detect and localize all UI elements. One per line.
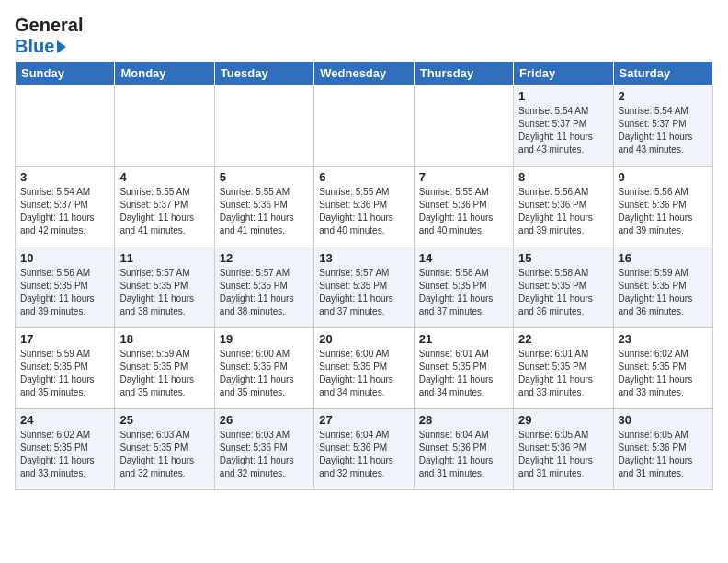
day-number: 18 xyxy=(119,332,209,346)
calendar-cell: 6Sunrise: 5:55 AM Sunset: 5:36 PM Daylig… xyxy=(314,167,414,247)
day-number: 11 xyxy=(119,251,209,265)
day-info: Sunrise: 5:59 AM Sunset: 5:35 PM Dayligh… xyxy=(20,348,109,399)
day-info: Sunrise: 6:02 AM Sunset: 5:35 PM Dayligh… xyxy=(619,348,708,399)
day-number: 20 xyxy=(319,332,408,346)
day-number: 2 xyxy=(619,89,708,103)
calendar-cell: 29Sunrise: 6:05 AM Sunset: 5:36 PM Dayli… xyxy=(514,409,613,490)
calendar-cell: 22Sunrise: 6:01 AM Sunset: 5:35 PM Dayli… xyxy=(514,328,613,409)
day-info: Sunrise: 5:59 AM Sunset: 5:35 PM Dayligh… xyxy=(619,267,708,318)
calendar-cell: 20Sunrise: 6:00 AM Sunset: 5:35 PM Dayli… xyxy=(314,328,414,409)
logo: General Blue xyxy=(15,15,83,57)
calendar-cell: 21Sunrise: 6:01 AM Sunset: 5:35 PM Dayli… xyxy=(414,328,513,409)
week-row-5: 24Sunrise: 6:02 AM Sunset: 5:35 PM Dayli… xyxy=(16,409,713,490)
week-row-4: 17Sunrise: 5:59 AM Sunset: 5:35 PM Dayli… xyxy=(16,328,713,409)
day-number: 28 xyxy=(419,413,508,427)
calendar-cell: 10Sunrise: 5:56 AM Sunset: 5:35 PM Dayli… xyxy=(16,247,115,328)
day-info: Sunrise: 5:56 AM Sunset: 5:36 PM Dayligh… xyxy=(518,186,608,237)
day-number: 14 xyxy=(419,251,508,265)
day-info: Sunrise: 6:00 AM Sunset: 5:35 PM Dayligh… xyxy=(319,348,408,399)
day-info: Sunrise: 6:00 AM Sunset: 5:35 PM Dayligh… xyxy=(220,348,309,399)
day-number: 9 xyxy=(619,170,708,184)
day-header-sunday: Sunday xyxy=(16,62,115,86)
calendar-cell: 27Sunrise: 6:04 AM Sunset: 5:36 PM Dayli… xyxy=(314,409,414,490)
calendar-cell xyxy=(414,86,513,167)
day-info: Sunrise: 5:55 AM Sunset: 5:36 PM Dayligh… xyxy=(419,186,508,237)
day-number: 10 xyxy=(20,251,109,265)
day-info: Sunrise: 5:54 AM Sunset: 5:37 PM Dayligh… xyxy=(619,105,708,156)
day-info: Sunrise: 5:54 AM Sunset: 5:37 PM Dayligh… xyxy=(20,186,109,237)
day-info: Sunrise: 5:57 AM Sunset: 5:35 PM Dayligh… xyxy=(319,267,408,318)
day-info: Sunrise: 5:59 AM Sunset: 5:35 PM Dayligh… xyxy=(119,348,209,399)
calendar-cell: 19Sunrise: 6:00 AM Sunset: 5:35 PM Dayli… xyxy=(214,328,313,409)
calendar-cell: 24Sunrise: 6:02 AM Sunset: 5:35 PM Dayli… xyxy=(16,409,115,490)
calendar-cell: 18Sunrise: 5:59 AM Sunset: 5:35 PM Dayli… xyxy=(115,328,214,409)
calendar-cell: 25Sunrise: 6:03 AM Sunset: 5:35 PM Dayli… xyxy=(115,409,214,490)
calendar-cell: 8Sunrise: 5:56 AM Sunset: 5:36 PM Daylig… xyxy=(514,167,613,247)
day-info: Sunrise: 6:05 AM Sunset: 5:36 PM Dayligh… xyxy=(619,429,708,480)
calendar-cell: 15Sunrise: 5:58 AM Sunset: 5:35 PM Dayli… xyxy=(514,247,613,328)
calendar-cell: 9Sunrise: 5:56 AM Sunset: 5:36 PM Daylig… xyxy=(613,167,712,247)
calendar-body: 1Sunrise: 5:54 AM Sunset: 5:37 PM Daylig… xyxy=(16,86,713,490)
day-header-thursday: Thursday xyxy=(414,62,513,86)
day-info: Sunrise: 6:03 AM Sunset: 5:36 PM Dayligh… xyxy=(220,429,309,480)
calendar-cell: 14Sunrise: 5:58 AM Sunset: 5:35 PM Dayli… xyxy=(414,247,513,328)
day-number: 7 xyxy=(419,170,508,184)
day-number: 5 xyxy=(220,170,309,184)
week-row-1: 1Sunrise: 5:54 AM Sunset: 5:37 PM Daylig… xyxy=(16,86,713,167)
day-number: 21 xyxy=(419,332,508,346)
page-header: General Blue xyxy=(15,15,713,57)
week-row-2: 3Sunrise: 5:54 AM Sunset: 5:37 PM Daylig… xyxy=(16,167,713,247)
day-info: Sunrise: 5:56 AM Sunset: 5:36 PM Dayligh… xyxy=(619,186,708,237)
day-info: Sunrise: 5:56 AM Sunset: 5:35 PM Dayligh… xyxy=(20,267,109,318)
day-number: 22 xyxy=(518,332,608,346)
day-info: Sunrise: 5:58 AM Sunset: 5:35 PM Dayligh… xyxy=(419,267,508,318)
day-header-tuesday: Tuesday xyxy=(214,62,313,86)
day-number: 12 xyxy=(220,251,309,265)
day-info: Sunrise: 5:58 AM Sunset: 5:35 PM Dayligh… xyxy=(518,267,608,318)
calendar-cell xyxy=(214,86,313,167)
calendar-cell: 7Sunrise: 5:55 AM Sunset: 5:36 PM Daylig… xyxy=(414,167,513,247)
day-number: 4 xyxy=(119,170,209,184)
day-info: Sunrise: 6:01 AM Sunset: 5:35 PM Dayligh… xyxy=(419,348,508,399)
calendar-cell: 13Sunrise: 5:57 AM Sunset: 5:35 PM Dayli… xyxy=(314,247,414,328)
calendar-cell xyxy=(115,86,214,167)
logo-blue: Blue xyxy=(15,36,83,57)
logo-triangle-icon xyxy=(57,40,66,53)
day-number: 6 xyxy=(319,170,408,184)
calendar-table: SundayMondayTuesdayWednesdayThursdayFrid… xyxy=(15,61,713,490)
calendar-cell: 5Sunrise: 5:55 AM Sunset: 5:36 PM Daylig… xyxy=(214,167,313,247)
calendar-cell: 12Sunrise: 5:57 AM Sunset: 5:35 PM Dayli… xyxy=(214,247,313,328)
day-info: Sunrise: 6:03 AM Sunset: 5:35 PM Dayligh… xyxy=(119,429,209,480)
day-number: 27 xyxy=(319,413,408,427)
day-number: 26 xyxy=(220,413,309,427)
calendar-cell xyxy=(314,86,414,167)
day-info: Sunrise: 6:01 AM Sunset: 5:35 PM Dayligh… xyxy=(518,348,608,399)
week-row-3: 10Sunrise: 5:56 AM Sunset: 5:35 PM Dayli… xyxy=(16,247,713,328)
calendar-cell: 28Sunrise: 6:04 AM Sunset: 5:36 PM Dayli… xyxy=(414,409,513,490)
day-number: 1 xyxy=(518,89,608,103)
day-info: Sunrise: 5:57 AM Sunset: 5:35 PM Dayligh… xyxy=(220,267,309,318)
day-info: Sunrise: 6:04 AM Sunset: 5:36 PM Dayligh… xyxy=(319,429,408,480)
calendar-cell: 26Sunrise: 6:03 AM Sunset: 5:36 PM Dayli… xyxy=(214,409,313,490)
day-header-wednesday: Wednesday xyxy=(314,62,414,86)
day-header-friday: Friday xyxy=(514,62,613,86)
day-number: 8 xyxy=(518,170,608,184)
calendar-cell: 2Sunrise: 5:54 AM Sunset: 5:37 PM Daylig… xyxy=(613,86,712,167)
calendar-cell: 30Sunrise: 6:05 AM Sunset: 5:36 PM Dayli… xyxy=(613,409,712,490)
day-number: 24 xyxy=(20,413,109,427)
day-info: Sunrise: 6:04 AM Sunset: 5:36 PM Dayligh… xyxy=(419,429,508,480)
day-of-week-row: SundayMondayTuesdayWednesdayThursdayFrid… xyxy=(16,62,713,86)
calendar-cell: 4Sunrise: 5:55 AM Sunset: 5:37 PM Daylig… xyxy=(115,167,214,247)
calendar-cell: 1Sunrise: 5:54 AM Sunset: 5:37 PM Daylig… xyxy=(514,86,613,167)
day-info: Sunrise: 5:57 AM Sunset: 5:35 PM Dayligh… xyxy=(119,267,209,318)
calendar-cell xyxy=(16,86,115,167)
day-number: 25 xyxy=(119,413,209,427)
day-info: Sunrise: 6:05 AM Sunset: 5:36 PM Dayligh… xyxy=(518,429,608,480)
calendar-cell: 11Sunrise: 5:57 AM Sunset: 5:35 PM Dayli… xyxy=(115,247,214,328)
calendar-cell: 17Sunrise: 5:59 AM Sunset: 5:35 PM Dayli… xyxy=(16,328,115,409)
calendar-cell: 3Sunrise: 5:54 AM Sunset: 5:37 PM Daylig… xyxy=(16,167,115,247)
day-info: Sunrise: 6:02 AM Sunset: 5:35 PM Dayligh… xyxy=(20,429,109,480)
calendar-cell: 16Sunrise: 5:59 AM Sunset: 5:35 PM Dayli… xyxy=(613,247,712,328)
day-number: 15 xyxy=(518,251,608,265)
day-number: 30 xyxy=(619,413,708,427)
